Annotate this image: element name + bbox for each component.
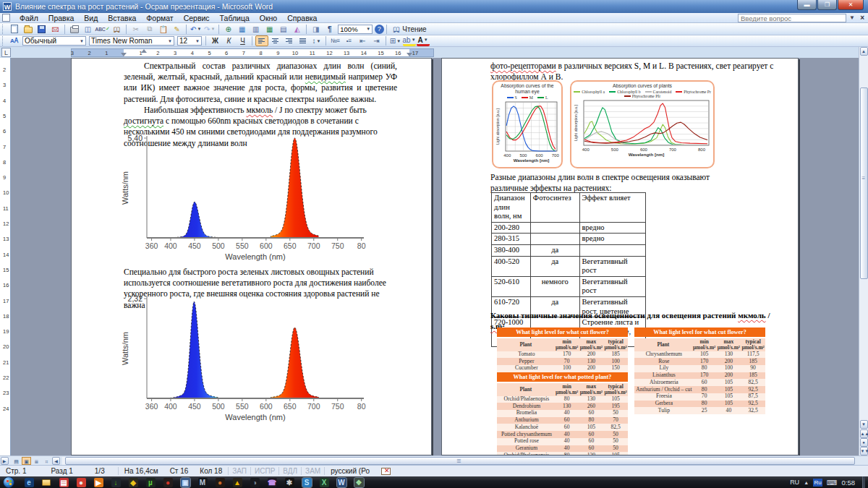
drawing-button[interactable]: ◭ [291,24,304,35]
start-button[interactable] [3,476,14,488]
show-hide-button[interactable]: ¶ [323,24,336,35]
scroll-down-icon[interactable]: ▼ [860,420,868,429]
scroll-up-icon[interactable]: ▲ [860,47,868,56]
toolbar-grip2[interactable] [2,36,5,46]
print-button[interactable] [68,24,81,35]
web-layout-button[interactable]: ▤ [12,457,21,465]
menu-item[interactable]: Таблица [215,13,255,22]
horizontal-ruler[interactable]: 3211234567891011121314151617 [71,48,434,57]
app-green-edge-icon[interactable]: ❖ [354,478,364,487]
size-combo[interactable]: 12▼ [177,36,202,46]
align-left-button[interactable] [255,35,268,46]
menu-item[interactable]: Правка [43,13,79,22]
vertical-scrollbar[interactable]: ▲ ▼ ▲▲ ● ▼▼ [859,47,868,455]
chrome-icon[interactable]: ● [77,478,86,487]
zoom-combo[interactable]: 100% ▼ [338,25,373,34]
skype-icon[interactable]: S [302,478,312,487]
vertical-ruler[interactable]: 23456789101112131415161718192021222324 [0,58,11,455]
cut-button[interactable]: ✂ [129,24,142,35]
tray-language-badge[interactable]: Ru [813,479,822,487]
previous-page-icon[interactable]: ▲▲ [860,429,868,438]
app-yellow-icon[interactable]: ◆ [129,478,138,487]
tray-expand-icon[interactable]: ▲ [804,480,809,485]
bullet-list-button[interactable]: •≡ [343,35,356,46]
align-center-button[interactable] [269,35,282,46]
italic-button[interactable]: К [223,35,236,46]
document-page-1[interactable]: Спектральный состав различных диапазонах… [71,58,432,455]
ask-question-input[interactable] [738,14,846,22]
decrease-indent-button[interactable]: ⇤ [357,35,370,46]
new-document-button[interactable] [8,24,21,35]
show-desktop-button[interactable] [862,476,865,488]
status-mode-toggle[interactable]: ИСПР [250,467,278,475]
scroll-left-icon[interactable]: ◀ [52,457,60,465]
numbered-list-button[interactable]: №≡ [329,35,342,46]
first-line-indent-marker[interactable] [141,49,147,53]
close-button[interactable]: ✕ [838,0,864,10]
align-right-button[interactable] [283,35,296,46]
menu-item[interactable]: Справка [282,13,322,22]
restore-button[interactable]: ❐ [817,0,837,10]
spelling-button[interactable]: ABC✓ [95,24,110,35]
font-color-button[interactable]: А▼ [417,35,430,46]
hyperlink-button[interactable]: ⊕ [222,24,235,35]
menu-item[interactable]: Сервис [179,13,215,22]
tray-language-indicator[interactable]: RU [790,479,799,486]
horizontal-scroll-thumb[interactable] [65,457,855,465]
status-mode-toggle[interactable]: ВДЛ [278,467,301,475]
download-manager-icon[interactable]: ↓ [111,478,121,487]
styles-pane-button[interactable]: А𝖠 [8,35,21,46]
tables-borders-button[interactable]: ▦ [236,24,249,35]
viber-icon[interactable]: ☎ [268,478,277,487]
question-dropdown-icon[interactable]: ▼ [849,14,855,21]
redo-button[interactable]: ↷▼ [203,24,216,35]
word-icon[interactable]: W [337,478,346,487]
outline-view-button[interactable]: ≣ [32,457,41,465]
floppy-app-icon[interactable]: ▣ [181,478,190,487]
line-spacing-button[interactable]: ↕▼ [310,35,323,46]
print-layout-button[interactable]: ▣ [22,457,31,465]
print-preview-button[interactable]: ◫ [82,24,95,35]
research-button[interactable]: 🕮 [111,24,124,35]
status-mode-toggle[interactable]: ЗАП [228,467,250,475]
menu-item[interactable]: Файл [14,13,43,22]
scroll-right-icon[interactable]: ▶ [1,457,9,465]
spelling-status-icon[interactable] [381,468,391,475]
left-indent-marker[interactable] [121,53,127,56]
app-dark-icon[interactable]: ◑ [250,478,260,487]
utorrent-icon[interactable]: µ [146,478,156,487]
media-player-icon[interactable]: ▶ [94,478,103,487]
font-combo[interactable]: Times New Roman▼ [89,36,174,46]
paste-button[interactable]: 📋 [157,24,170,35]
keyboard-layout-icon[interactable]: ⌨ [827,479,837,487]
bold-button[interactable]: Ж [209,35,222,46]
excel-icon[interactable]: X [320,478,329,487]
style-combo[interactable]: Обычный▼ [22,36,86,46]
internet-explorer-icon[interactable]: e [25,478,34,487]
permission-button[interactable]: 🖂 [49,24,62,35]
horizontal-scroll-track[interactable] [62,457,848,466]
increase-indent-button[interactable]: ⇥ [370,35,383,46]
menu-item[interactable]: Вид [79,13,103,22]
document-page-2[interactable]: фото-рецепторами в различных версиях S, … [441,58,799,455]
read-mode-button[interactable]: 🕮 Чтение [389,24,430,35]
explorer-folder-icon[interactable] [42,478,51,487]
app-orange-circle-icon[interactable]: ● [216,478,225,487]
undo-button[interactable]: ↶▼ [190,24,203,35]
underline-button[interactable]: Ч [237,35,250,46]
vertical-scroll-thumb[interactable] [860,87,868,279]
maxthon-icon[interactable]: M [198,478,208,487]
minimize-button[interactable]: ▬ [797,0,817,10]
highlight-button[interactable]: ab▼ [403,35,416,46]
menu-item[interactable]: Формат [141,13,178,22]
next-page-icon[interactable]: ▼▼ [860,447,868,455]
copy-button[interactable]: ⧉ [143,24,156,35]
app-red-bird-icon[interactable]: ● [163,478,173,487]
save-button[interactable] [35,24,48,35]
status-mode-toggle[interactable]: ЗАМ [301,467,324,475]
insert-table-button[interactable]: ▥ [250,24,263,35]
toolbar-close-icon[interactable]: × [860,14,864,22]
browse-object-icon[interactable]: ● [860,438,868,447]
insert-excel-button[interactable]: ▦ [263,24,276,35]
right-indent-marker[interactable] [407,53,412,56]
